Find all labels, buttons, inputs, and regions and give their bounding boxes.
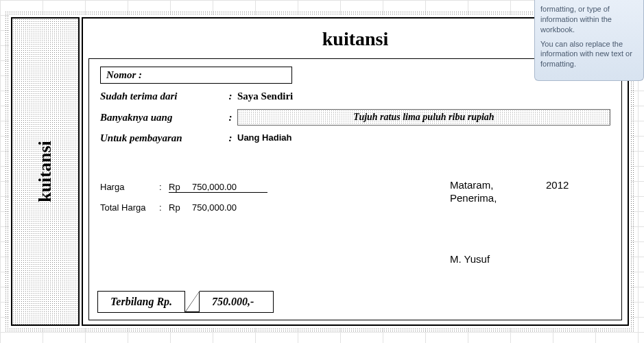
help-tooltip: formatting, or type of information withi… (534, 0, 644, 81)
terbilang-value-box: 750.000,- (200, 291, 274, 313)
amount-words-box: Tujuh ratus lima puluh ribu rupiah (237, 109, 610, 126)
colon: : (159, 182, 169, 193)
price-row-harga: Harga : Rp 750,000.00 (100, 179, 333, 194)
slash-divider (184, 291, 200, 313)
terbilang-label-box: Terbilang Rp. (97, 291, 185, 313)
row-banyak: Banyaknya uang : Tujuh ratus lima puluh … (100, 106, 610, 129)
total-value: 750,000.00 (192, 202, 267, 213)
signature-name: M. Yusuf (450, 253, 610, 265)
receipt-stub: kuitansi (11, 17, 80, 326)
terbilang-value-wrap: 750.000,- (184, 291, 274, 313)
signature-year: 2012 (546, 179, 569, 191)
total-currency: Rp (169, 202, 192, 213)
dari-value: Saya Sendiri (237, 91, 610, 102)
total-label: Total Harga (100, 202, 159, 213)
signature-receiver-label: Penerima, (450, 192, 610, 204)
harga-currency: Rp (169, 182, 192, 193)
nomor-label: Nomor : (106, 69, 142, 81)
price-table: Harga : Rp 750,000.00 Total Harga : Rp 7… (100, 179, 333, 265)
dari-label: Sudah terima dari (100, 91, 224, 102)
untuk-label: Untuk pembayaran (100, 132, 224, 144)
harga-label: Harga (100, 182, 159, 193)
nomor-box: Nomor : (100, 67, 292, 84)
row-dari: Sudah terima dari : Saya Sendiri (100, 87, 610, 106)
signature-city: Mataram, (450, 179, 546, 191)
nomor-value (142, 69, 286, 81)
receipt-body: Nomor : Sudah terima dari : Saya Sendiri… (88, 58, 622, 320)
amount-words: Tujuh ratus lima puluh ribu rupiah (353, 112, 494, 122)
signature-location-line: Mataram, 2012 (450, 179, 610, 191)
price-signature-block: Harga : Rp 750,000.00 Total Harga : Rp 7… (100, 179, 610, 265)
terbilang-value: 750.000,- (212, 296, 254, 308)
receipt-title: kuitansi (322, 28, 389, 49)
terbilang-row: Terbilang Rp. 750.000,- (97, 291, 274, 313)
banyak-label: Banyaknya uang (100, 112, 224, 123)
signature-block: Mataram, 2012 Penerima, M. Yusuf (333, 179, 610, 265)
tooltip-line-1: formatting, or type of information withi… (540, 4, 638, 35)
colon: : (224, 132, 237, 144)
colon: : (224, 91, 237, 102)
row-untuk: Untuk pembayaran : Uang Hadiah (100, 129, 610, 147)
terbilang-label: Terbilang Rp. (110, 296, 172, 308)
stub-title: kuitansi (35, 141, 56, 202)
colon: : (224, 112, 237, 123)
colon: : (159, 202, 169, 213)
price-row-total: Total Harga : Rp 750,000.00 (100, 200, 333, 215)
untuk-value: Uang Hadiah (237, 132, 610, 143)
harga-value: 750,000.00 (192, 182, 267, 193)
tooltip-line-2: You can also replace the information wit… (540, 39, 638, 70)
